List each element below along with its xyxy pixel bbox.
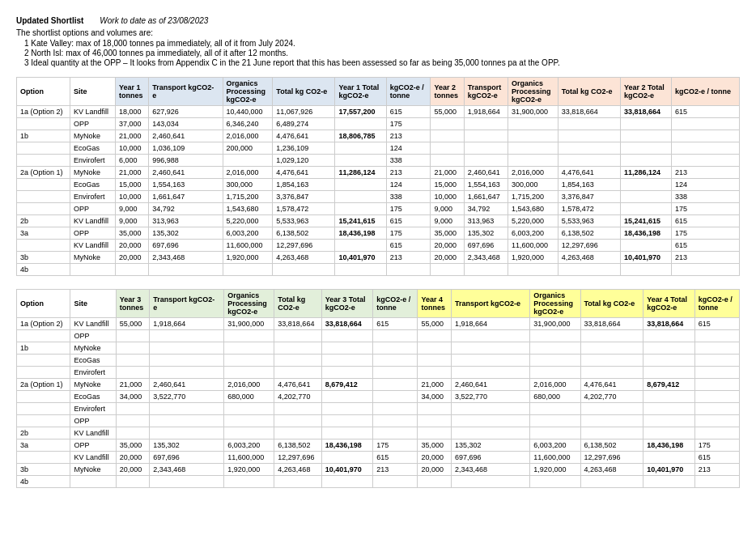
cell xyxy=(418,415,452,427)
cell xyxy=(335,179,386,191)
cell xyxy=(418,367,452,379)
cell xyxy=(418,403,452,415)
cell: 10,401,970 xyxy=(643,464,695,476)
cell: 124 xyxy=(386,179,431,191)
cell: 10,000 xyxy=(431,191,464,203)
cell: 20,000 xyxy=(418,464,452,476)
cell xyxy=(116,415,150,427)
cell xyxy=(672,155,740,167)
cell: 35,000 xyxy=(431,227,464,240)
cell xyxy=(224,415,274,427)
table-row: KV Landfill20,000697,69611,600,00012,297… xyxy=(17,240,740,252)
cell: 3b xyxy=(17,464,70,476)
cell: 15,000 xyxy=(431,179,464,191)
cell: 697,696 xyxy=(150,452,224,464)
cell: 2,016,000 xyxy=(223,130,273,142)
cell: 2a (Option 1) xyxy=(17,167,70,179)
cell: KV Landfill xyxy=(70,318,116,330)
cell: 175 xyxy=(386,227,431,240)
cell xyxy=(464,118,508,130)
cell xyxy=(452,476,530,488)
cell xyxy=(17,452,70,464)
cell: 2,460,641 xyxy=(150,379,224,391)
cell: 10,000 xyxy=(115,191,148,203)
header-subtitle: The shortlist options and volumes are: xyxy=(16,28,740,37)
cell xyxy=(17,155,70,167)
cell xyxy=(508,130,559,142)
cell xyxy=(580,427,643,439)
cell: 1,918,664 xyxy=(452,318,530,330)
cell xyxy=(558,130,620,142)
col-y4-organics: OrganicsProcessingkgCO2-e xyxy=(530,290,580,318)
cell xyxy=(672,130,740,142)
cell xyxy=(694,391,739,403)
col-y4-total-kg: Total kg CO2-e xyxy=(580,290,643,318)
cell xyxy=(224,367,274,379)
cell: EcoGas xyxy=(70,355,116,367)
cell xyxy=(223,264,273,276)
cell: 175 xyxy=(386,118,431,130)
cell: 5,533,963 xyxy=(273,215,335,227)
cell xyxy=(321,415,373,427)
col-y2-kgco2: kgCO2-e / tonne xyxy=(672,78,740,106)
cell: 313,963 xyxy=(149,215,223,227)
cell xyxy=(321,367,373,379)
cell xyxy=(116,355,150,367)
table-row: 2a (Option 1)MyNoke21,0002,460,6412,016,… xyxy=(17,379,740,391)
cell: 3,376,847 xyxy=(273,191,335,203)
cell: OPP xyxy=(70,415,116,427)
cell xyxy=(672,118,740,130)
cell: EcoGas xyxy=(70,179,116,191)
cell xyxy=(224,342,274,355)
cell: 1,920,000 xyxy=(508,252,559,264)
cell: 18,436,198 xyxy=(620,227,671,240)
cell: 35,000 xyxy=(116,439,150,452)
cell: 12,297,696 xyxy=(558,240,620,252)
cell: 135,302 xyxy=(149,227,223,240)
cell: 4b xyxy=(17,476,70,488)
cell xyxy=(558,264,620,276)
cell xyxy=(17,330,70,342)
cell: 21,000 xyxy=(116,379,150,391)
cell xyxy=(223,155,273,167)
col-y4-transport: Transport kgCO2-e xyxy=(452,290,530,318)
cell xyxy=(530,415,580,427)
col-site: Site xyxy=(70,290,116,318)
cell xyxy=(116,403,150,415)
cell xyxy=(335,264,386,276)
cell xyxy=(620,142,671,155)
cell: 33,818,664 xyxy=(620,106,671,118)
col-y3-tonnes: Year 3tonnes xyxy=(116,290,150,318)
table-row: OPP xyxy=(17,330,740,342)
cell: 213 xyxy=(386,252,431,264)
cell xyxy=(150,355,224,367)
cell: 21,000 xyxy=(418,379,452,391)
col-y3-kgco2: kgCO2-e /tonne xyxy=(373,290,418,318)
cell xyxy=(274,403,321,415)
cell: 20,000 xyxy=(116,464,150,476)
header-section: Updated Shortlist Work to date as of 23/… xyxy=(16,16,740,67)
cell xyxy=(224,403,274,415)
cell: 10,440,000 xyxy=(223,106,273,118)
cell xyxy=(150,427,224,439)
cell: 213 xyxy=(373,464,418,476)
cell: 34,792 xyxy=(464,203,508,215)
cell xyxy=(274,330,321,342)
cell xyxy=(431,118,464,130)
table-row: Envirofert6,000996,9881,029,120338 xyxy=(17,155,740,167)
cell xyxy=(17,118,70,130)
cell xyxy=(508,264,559,276)
col-y2-organics: OrganicsProcessingkgCO2-e xyxy=(508,78,559,106)
cell xyxy=(464,130,508,142)
cell: 1,920,000 xyxy=(530,464,580,476)
cell: Envirofert xyxy=(70,403,116,415)
cell xyxy=(694,403,739,415)
table-row: KV Landfill20,000697,69611,600,00012,297… xyxy=(17,452,740,464)
cell: EcoGas xyxy=(70,142,116,155)
cell: KV Landfill xyxy=(70,452,116,464)
col-y2-tonnes: Year 2tonnes xyxy=(431,78,464,106)
cell: 4,476,641 xyxy=(580,379,643,391)
cell: 11,067,926 xyxy=(273,106,335,118)
cell xyxy=(150,367,224,379)
cell: 12,297,696 xyxy=(274,452,321,464)
